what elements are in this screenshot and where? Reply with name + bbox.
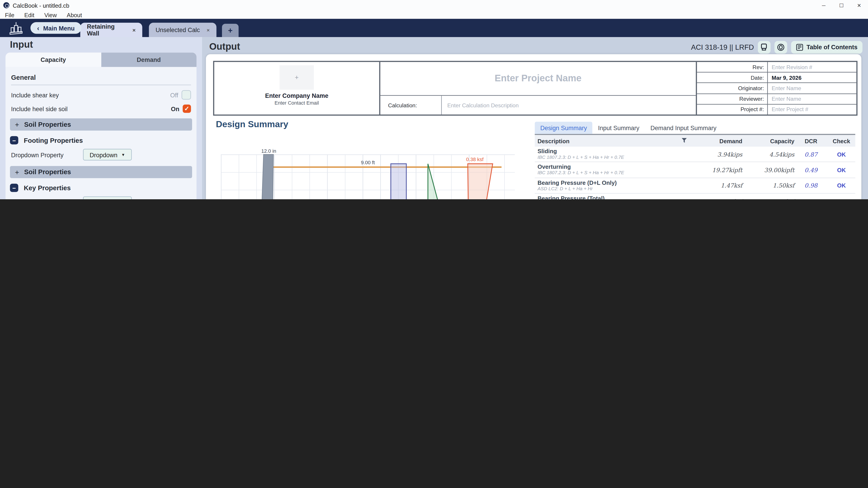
col-capacity[interactable]: Capacity xyxy=(742,138,794,144)
table-row[interactable]: Bearing Pressure (Total) ASD LC8: D + 0.… xyxy=(535,194,855,199)
demand-value: 1.47ksf xyxy=(691,182,742,189)
project-header-table: + Enter Company Name Enter Contact Email… xyxy=(213,61,858,116)
dcr-value: 0.98 xyxy=(794,182,828,189)
date-field[interactable]: Mar 9, 2026 xyxy=(768,72,857,83)
demand-value: 3.94kips xyxy=(691,151,742,158)
col-demand[interactable]: Demand xyxy=(691,138,742,144)
logo-upload-placeholder[interactable]: + xyxy=(280,65,314,90)
section-label: Key Properties xyxy=(24,184,70,192)
collapse-icon[interactable]: − xyxy=(10,136,18,144)
reviewer-field[interactable]: Enter Name xyxy=(768,94,857,104)
section-label: Soil Properties xyxy=(24,121,71,128)
originator-label: Originator: xyxy=(697,83,768,93)
expand-icon: + xyxy=(15,168,19,176)
revision-field[interactable]: Enter Revision # xyxy=(768,62,857,72)
table-of-contents-button[interactable]: Table of Contents xyxy=(791,41,862,53)
reviewer-label: Reviewer: xyxy=(697,94,768,104)
shear-key-state: Off xyxy=(170,92,178,98)
table-row[interactable]: Bearing Pressure (D+L Only) ASD LC2: D +… xyxy=(535,178,855,194)
key-dropdown[interactable]: Dropdown ▼ xyxy=(83,196,132,199)
tab-demand-input-summary[interactable]: Demand Input Summary xyxy=(645,122,722,134)
demand-value: 1.99ksf xyxy=(691,198,742,199)
target-button[interactable] xyxy=(774,41,787,53)
revision-block: Rev:Enter Revision # Date:Mar 9, 2026 Or… xyxy=(697,62,856,115)
tab-demand[interactable]: Demand xyxy=(101,53,196,67)
chevron-down-icon: ▼ xyxy=(121,153,125,157)
close-tab-icon[interactable]: × xyxy=(207,27,210,33)
design-summary-table: Design Summary Input Summary Demand Inpu… xyxy=(535,122,855,199)
calculation-label: Calculation: xyxy=(380,102,441,108)
table-row[interactable]: Overturning IBC 1807.2.3: D + L + S + Ha… xyxy=(535,162,855,178)
check-status: OK xyxy=(828,151,855,158)
capacity-value: 1.50ksf xyxy=(742,182,794,189)
section-soil-properties-2[interactable]: + Soil Properties xyxy=(10,166,192,178)
shear-key-checkbox[interactable] xyxy=(182,90,191,100)
dropdown-value: Dropdown xyxy=(90,151,118,158)
check-description: Bearing Pressure (D+L Only) xyxy=(537,180,617,186)
menu-view[interactable]: View xyxy=(39,11,62,18)
demand-value: 19.27kipft xyxy=(691,166,742,173)
table-row[interactable]: Sliding IBC 1807.2.3: D + L + S + Ha + H… xyxy=(535,147,855,162)
calculation-description-field[interactable]: Enter Calculation Description xyxy=(441,96,696,115)
tab-bar: ‹ Main Menu Retaining Wall × Unselected … xyxy=(0,19,868,37)
originator-field[interactable]: Enter Name xyxy=(768,83,857,93)
check-status: OK xyxy=(828,166,855,173)
contact-email-field[interactable]: Enter Contact Email xyxy=(275,100,319,105)
close-tab-icon[interactable]: × xyxy=(132,27,135,33)
section-key-properties[interactable]: − Key Properties xyxy=(10,184,192,192)
check-status: OK xyxy=(828,182,855,189)
col-dcr[interactable]: DCR xyxy=(794,138,828,144)
filter-icon[interactable] xyxy=(682,138,687,144)
check-status: OK xyxy=(828,198,855,199)
toc-label: Table of Contents xyxy=(807,43,857,50)
menu-file[interactable]: File xyxy=(0,11,20,18)
company-name-field[interactable]: Enter Company Name xyxy=(265,92,329,99)
tab-unselected-calc[interactable]: Unselected Calc × xyxy=(149,23,217,37)
input-panel: Input Capacity Demand General Include sh… xyxy=(0,37,202,199)
section-soil-properties-1[interactable]: + Soil Properties xyxy=(10,119,192,131)
col-check[interactable]: Check xyxy=(828,138,855,144)
dim-retained-height: 9.00 ft xyxy=(361,160,375,165)
maximize-button[interactable]: ☐ xyxy=(833,0,850,11)
tab-capacity[interactable]: Capacity xyxy=(5,53,101,67)
heel-soil-label: Include heel side soil xyxy=(11,105,171,112)
minimize-button[interactable]: ─ xyxy=(815,0,833,11)
dcr-value: 0.49 xyxy=(794,166,828,173)
design-summary-title: Design Summary xyxy=(216,120,288,129)
tab-input-summary[interactable]: Input Summary xyxy=(592,122,645,134)
section-footing-properties[interactable]: − Footing Properties xyxy=(10,136,192,144)
tab-design-summary[interactable]: Design Summary xyxy=(535,122,593,134)
menu-edit[interactable]: Edit xyxy=(20,11,39,18)
report-sheet: + Enter Company Name Enter Contact Email… xyxy=(206,54,862,199)
company-cell: + Enter Company Name Enter Contact Email xyxy=(214,62,380,115)
back-chevron-icon: ‹ xyxy=(37,24,39,32)
capacity-value: 4.54kips xyxy=(742,151,794,158)
dropdown-value: Dropdown xyxy=(90,199,118,199)
output-title: Output xyxy=(209,41,240,53)
add-tab-button[interactable]: + xyxy=(222,24,239,37)
dcr-value: 1.00 xyxy=(794,198,828,199)
close-button[interactable]: ✕ xyxy=(850,0,868,11)
menu-about[interactable]: About xyxy=(62,11,87,18)
check-description: Sliding xyxy=(537,149,557,155)
load-combo: IBC 1807.2.3: D + L + S + Ha + Hr + 0.7E xyxy=(537,170,624,175)
skyline-logo-icon xyxy=(9,21,23,37)
heel-soil-checkbox[interactable]: ✓ xyxy=(183,105,191,113)
footing-dropdown[interactable]: Dropdown ▼ xyxy=(83,149,132,160)
collapse-icon[interactable]: − xyxy=(10,184,18,192)
tab-label: Unselected Calc xyxy=(156,27,200,33)
project-number-field[interactable]: Enter Project # xyxy=(768,104,857,115)
project-name-field[interactable]: Enter Project Name xyxy=(380,62,696,95)
tab-retaining-wall[interactable]: Retaining Wall × xyxy=(80,23,142,37)
window-title: CalcBook - untitled.cb xyxy=(13,2,69,8)
wall-stem-shape xyxy=(259,154,274,199)
general-heading: General xyxy=(11,74,191,85)
heel-soil-state: On xyxy=(171,105,179,112)
check-description: Overturning xyxy=(537,164,571,170)
capacity-value: 2.00ksf xyxy=(742,198,794,199)
dropdown-property-label: Dropdown Property xyxy=(11,199,83,199)
main-menu-button[interactable]: ‹ Main Menu xyxy=(31,22,81,34)
print-button[interactable] xyxy=(758,41,770,53)
shear-key-label: Include shear key xyxy=(11,92,170,98)
rev-label: Rev: xyxy=(697,62,768,72)
